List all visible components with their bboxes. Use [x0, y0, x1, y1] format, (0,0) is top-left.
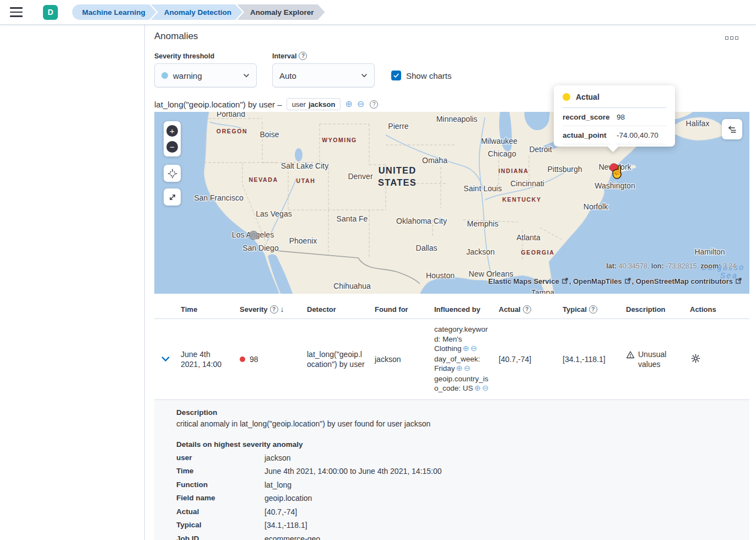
checkbox-checked-icon	[391, 71, 401, 80]
map-label-state: UTAH	[296, 177, 316, 184]
attribution-link[interactable]: OpenMapTiles	[573, 277, 622, 285]
map-label-city: Salt Lake City	[281, 161, 328, 170]
chevron-down-icon	[161, 354, 170, 364]
map-label-city: Minneapolis	[436, 115, 478, 123]
map-label-city: Detroit	[529, 145, 552, 154]
external-link-icon	[625, 277, 631, 285]
row-collapse-toggle[interactable]	[154, 349, 176, 369]
zoom-in-button[interactable]: +	[166, 125, 178, 137]
severity-threshold-select[interactable]: warning	[154, 63, 257, 88]
filter-remove-icon[interactable]: ⊖	[357, 100, 364, 109]
collapse-layers-button[interactable]	[722, 119, 742, 139]
space-avatar[interactable]: D	[43, 5, 58, 20]
actual-help-icon[interactable]	[523, 305, 531, 314]
menu-left-icon	[727, 125, 737, 134]
map-label-city: Dallas	[416, 244, 438, 252]
influencer-filter-add-icon[interactable]: ⊕	[474, 384, 481, 392]
attribution-link[interactable]: Elastic Maps Service	[488, 277, 559, 285]
interval-select[interactable]: Auto	[272, 63, 375, 88]
interval-label: Interval	[272, 52, 296, 60]
severity-help-icon[interactable]	[270, 305, 278, 314]
chevron-down-icon	[243, 72, 250, 79]
typical-point-marker[interactable]	[249, 231, 258, 240]
breadcrumb-anomaly-detection[interactable]: Anomaly Detection	[151, 4, 242, 20]
detail-label: Job ID	[176, 534, 264, 540]
col-header-typical: Typical	[558, 300, 622, 318]
map-label-state: GEORGIA	[521, 249, 555, 256]
panel-options-icon[interactable]	[722, 33, 742, 43]
cell-actions	[685, 347, 749, 371]
details-list: userjacksonTimeJune 4th 2021, 14:00:00 t…	[176, 453, 736, 540]
detail-label: Typical	[176, 521, 264, 530]
influencer-filter-remove-icon[interactable]: ⊖	[482, 384, 489, 392]
breadcrumb-machine-learning[interactable]: Machine Learning	[72, 4, 156, 20]
detail-label: user	[176, 453, 264, 462]
map-label-city: Portland	[217, 112, 245, 118]
map-label-city: Phoenix	[289, 236, 317, 245]
filter-add-icon[interactable]: ⊕	[345, 100, 352, 109]
severity-threshold-field: Severity threshold warning	[154, 52, 257, 88]
map-label-city: Cincinnati	[510, 179, 544, 188]
detail-value: jackson	[264, 453, 736, 462]
col-header-influenced-by: Influenced by	[430, 300, 494, 318]
row-actions-gear-icon[interactable]	[690, 353, 701, 364]
chart-help-icon[interactable]	[370, 100, 378, 109]
map-zoom-control: + −	[164, 121, 181, 156]
col-header-detector: Detector	[303, 300, 370, 318]
detail-label: Actual	[176, 507, 264, 516]
tooltip-row: record_score98	[563, 108, 666, 126]
external-link-icon	[736, 277, 742, 285]
cell-typical: [34.1,-118.1]	[558, 349, 622, 370]
breadcrumb: Machine Learning Anomaly Detection Anoma…	[72, 4, 325, 20]
hand-cursor-icon: ☝	[610, 165, 624, 179]
show-charts-checkbox[interactable]: Show charts	[391, 63, 452, 88]
influencer-filter-add-icon[interactable]: ⊕	[463, 344, 469, 353]
map-label-state: KENTUCKY	[502, 196, 541, 203]
set-view-button[interactable]	[164, 165, 181, 182]
interval-help-icon[interactable]	[299, 52, 307, 60]
breadcrumb-anomaly-explorer[interactable]: Anomaly Explorer	[237, 4, 325, 20]
map-tooltip: Actual record_score98actual_point-74.00,…	[554, 85, 675, 147]
detail-value: lat_long	[264, 480, 736, 489]
detail-label: Time	[176, 467, 264, 476]
fullscreen-button[interactable]	[164, 188, 181, 206]
col-header-actions: Actions	[685, 300, 749, 318]
map-label-city: Houston	[426, 271, 455, 280]
map-label-city: Las Vegas	[256, 209, 291, 218]
map-attribution: Elastic Maps Service, OpenMapTiles, Open…	[488, 277, 743, 285]
crosshair-icon	[168, 169, 177, 179]
menu-hamburger-icon[interactable]	[10, 3, 29, 21]
col-header-description: Description	[622, 300, 685, 318]
influencer-item: geoip.country_iso_code: US⊕⊖	[434, 374, 490, 393]
map-label-city: Chicago	[488, 149, 516, 158]
details-subtitle: Details on highest severity anomaly	[176, 440, 736, 449]
influencer-filter-remove-icon[interactable]: ⊖	[464, 364, 471, 372]
influencer-filter-remove-icon[interactable]: ⊖	[471, 344, 477, 353]
col-header-severity[interactable]: Severity↓	[235, 300, 303, 318]
zoom-out-button[interactable]: −	[166, 141, 178, 153]
entity-field-value: jackson	[309, 100, 335, 109]
influencer-filter-add-icon[interactable]: ⊕	[456, 364, 463, 372]
map-label-city: Milwaukee	[481, 137, 517, 145]
detail-value: June 4th 2021, 14:00:00 to June 4th 2021…	[264, 467, 736, 476]
attribution-link[interactable]: OpenStreetMap contributors	[636, 277, 733, 285]
table-row: June 4th 2021, 14:00 98 lat_long("geoip.…	[154, 319, 749, 400]
actual-layer-dot-icon	[563, 93, 570, 101]
chevron-down-icon	[361, 72, 368, 79]
col-header-found-for: Found for	[370, 300, 430, 318]
map-label-city: Washington	[595, 181, 635, 190]
map-label-city: Denver	[348, 172, 372, 181]
cell-found-for: jackson	[370, 349, 430, 370]
typical-help-icon[interactable]	[589, 305, 597, 314]
external-link-icon	[562, 277, 568, 285]
map-chart-title: lat_long("geoip.location") by user –	[154, 100, 282, 109]
interval-field: Interval Auto	[272, 52, 375, 88]
left-sidebar	[0, 25, 145, 540]
map-label-city: San Diego	[242, 244, 279, 252]
map-coordinates-status: lat: 40.34578, lon: -73.82815, zoom: 3.2…	[606, 262, 736, 270]
warning-triangle-icon	[626, 350, 635, 359]
critical-severity-dot	[240, 357, 245, 362]
map-label-city: Omaha	[422, 156, 447, 165]
cell-influenced-by: category.keyword: Men's Clothing⊕⊖day_of…	[430, 319, 494, 399]
map-label-country: STATES	[378, 177, 417, 187]
